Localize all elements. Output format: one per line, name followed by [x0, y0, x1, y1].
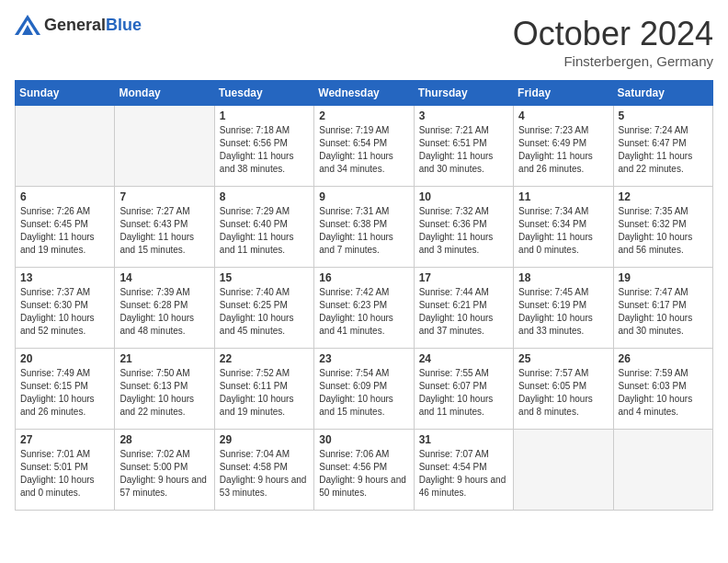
day-number: 31	[419, 433, 508, 446]
day-cell: 18Sunrise: 7:45 AM Sunset: 6:19 PM Dayli…	[514, 268, 613, 349]
day-cell: 27Sunrise: 7:01 AM Sunset: 5:01 PM Dayli…	[16, 430, 115, 511]
day-number: 20	[20, 352, 109, 365]
week-row-4: 20Sunrise: 7:49 AM Sunset: 6:15 PM Dayli…	[16, 349, 713, 430]
day-number: 18	[518, 271, 608, 284]
day-info: Sunrise: 7:59 AM Sunset: 6:03 PM Dayligh…	[619, 367, 708, 419]
day-cell: 7Sunrise: 7:27 AM Sunset: 6:43 PM Daylig…	[115, 187, 214, 268]
day-info: Sunrise: 7:57 AM Sunset: 6:05 PM Dayligh…	[518, 367, 608, 419]
day-info: Sunrise: 7:52 AM Sunset: 6:11 PM Dayligh…	[220, 367, 309, 419]
week-row-3: 13Sunrise: 7:37 AM Sunset: 6:30 PM Dayli…	[16, 268, 713, 349]
day-number: 4	[518, 109, 608, 122]
day-cell: 31Sunrise: 7:07 AM Sunset: 4:54 PM Dayli…	[414, 430, 513, 511]
day-cell: 6Sunrise: 7:26 AM Sunset: 6:45 PM Daylig…	[16, 187, 115, 268]
day-cell: 13Sunrise: 7:37 AM Sunset: 6:30 PM Dayli…	[16, 268, 115, 349]
day-number: 14	[119, 271, 209, 284]
day-info: Sunrise: 7:01 AM Sunset: 5:01 PM Dayligh…	[20, 448, 109, 500]
day-number: 10	[419, 190, 508, 203]
page-header: GeneralBlue October 2024 Finsterbergen, …	[15, 15, 713, 69]
day-info: Sunrise: 7:50 AM Sunset: 6:13 PM Dayligh…	[119, 367, 209, 419]
logo-blue: Blue	[106, 16, 142, 34]
day-number: 21	[119, 352, 209, 365]
day-number: 15	[220, 271, 309, 284]
day-number: 23	[319, 352, 408, 365]
day-number: 26	[619, 352, 708, 365]
day-info: Sunrise: 7:06 AM Sunset: 4:56 PM Dayligh…	[319, 448, 408, 500]
day-info: Sunrise: 7:02 AM Sunset: 5:00 PM Dayligh…	[119, 448, 209, 500]
day-info: Sunrise: 7:39 AM Sunset: 6:28 PM Dayligh…	[119, 286, 209, 338]
day-cell: 2Sunrise: 7:19 AM Sunset: 6:54 PM Daylig…	[314, 106, 414, 187]
day-number: 7	[119, 190, 209, 203]
day-info: Sunrise: 7:49 AM Sunset: 6:15 PM Dayligh…	[20, 367, 109, 419]
col-header-monday: Monday	[115, 81, 214, 106]
day-number: 29	[220, 433, 309, 446]
title-block: October 2024 Finsterbergen, Germany	[513, 15, 713, 69]
day-cell: 21Sunrise: 7:50 AM Sunset: 6:13 PM Dayli…	[115, 349, 214, 430]
logo: GeneralBlue	[15, 15, 142, 35]
day-number: 24	[419, 352, 508, 365]
day-number: 6	[20, 190, 109, 203]
day-cell	[16, 106, 115, 187]
day-cell: 3Sunrise: 7:21 AM Sunset: 6:51 PM Daylig…	[414, 106, 513, 187]
day-info: Sunrise: 7:35 AM Sunset: 6:32 PM Dayligh…	[619, 205, 708, 257]
col-header-sunday: Sunday	[16, 81, 115, 106]
day-cell: 30Sunrise: 7:06 AM Sunset: 4:56 PM Dayli…	[314, 430, 414, 511]
day-cell: 25Sunrise: 7:57 AM Sunset: 6:05 PM Dayli…	[514, 349, 613, 430]
calendar-table: SundayMondayTuesdayWednesdayThursdayFrid…	[15, 80, 713, 511]
day-cell: 15Sunrise: 7:40 AM Sunset: 6:25 PM Dayli…	[214, 268, 313, 349]
day-cell: 1Sunrise: 7:18 AM Sunset: 6:56 PM Daylig…	[214, 106, 313, 187]
day-number: 22	[220, 352, 309, 365]
day-info: Sunrise: 7:19 AM Sunset: 6:54 PM Dayligh…	[319, 124, 408, 176]
day-number: 30	[319, 433, 408, 446]
day-info: Sunrise: 7:07 AM Sunset: 4:54 PM Dayligh…	[419, 448, 508, 500]
day-info: Sunrise: 7:34 AM Sunset: 6:34 PM Dayligh…	[518, 205, 608, 257]
day-info: Sunrise: 7:40 AM Sunset: 6:25 PM Dayligh…	[220, 286, 309, 338]
day-info: Sunrise: 7:42 AM Sunset: 6:23 PM Dayligh…	[319, 286, 408, 338]
logo-general: General	[44, 16, 106, 34]
day-number: 9	[319, 190, 408, 203]
day-cell: 9Sunrise: 7:31 AM Sunset: 6:38 PM Daylig…	[314, 187, 414, 268]
header-row: SundayMondayTuesdayWednesdayThursdayFrid…	[16, 81, 713, 106]
day-info: Sunrise: 7:21 AM Sunset: 6:51 PM Dayligh…	[419, 124, 508, 176]
day-cell: 14Sunrise: 7:39 AM Sunset: 6:28 PM Dayli…	[115, 268, 214, 349]
day-info: Sunrise: 7:23 AM Sunset: 6:49 PM Dayligh…	[518, 124, 608, 176]
day-number: 13	[20, 271, 109, 284]
day-info: Sunrise: 7:54 AM Sunset: 6:09 PM Dayligh…	[319, 367, 408, 419]
col-header-saturday: Saturday	[613, 81, 712, 106]
day-cell: 22Sunrise: 7:52 AM Sunset: 6:11 PM Dayli…	[214, 349, 313, 430]
week-row-5: 27Sunrise: 7:01 AM Sunset: 5:01 PM Dayli…	[16, 430, 713, 511]
day-cell: 4Sunrise: 7:23 AM Sunset: 6:49 PM Daylig…	[514, 106, 613, 187]
day-info: Sunrise: 7:18 AM Sunset: 6:56 PM Dayligh…	[220, 124, 309, 176]
logo-text: GeneralBlue	[44, 16, 142, 35]
day-cell	[514, 430, 613, 511]
day-cell: 11Sunrise: 7:34 AM Sunset: 6:34 PM Dayli…	[514, 187, 613, 268]
day-cell: 28Sunrise: 7:02 AM Sunset: 5:00 PM Dayli…	[115, 430, 214, 511]
day-cell: 16Sunrise: 7:42 AM Sunset: 6:23 PM Dayli…	[314, 268, 414, 349]
col-header-tuesday: Tuesday	[214, 81, 313, 106]
day-info: Sunrise: 7:47 AM Sunset: 6:17 PM Dayligh…	[619, 286, 708, 338]
day-cell: 29Sunrise: 7:04 AM Sunset: 4:58 PM Dayli…	[214, 430, 313, 511]
day-number: 5	[619, 109, 708, 122]
day-number: 8	[220, 190, 309, 203]
day-info: Sunrise: 7:24 AM Sunset: 6:47 PM Dayligh…	[619, 124, 708, 176]
day-number: 25	[518, 352, 608, 365]
col-header-wednesday: Wednesday	[314, 81, 414, 106]
day-number: 3	[419, 109, 508, 122]
day-info: Sunrise: 7:04 AM Sunset: 4:58 PM Dayligh…	[220, 448, 309, 500]
day-number: 12	[619, 190, 708, 203]
week-row-1: 1Sunrise: 7:18 AM Sunset: 6:56 PM Daylig…	[16, 106, 713, 187]
day-info: Sunrise: 7:31 AM Sunset: 6:38 PM Dayligh…	[319, 205, 408, 257]
day-number: 11	[518, 190, 608, 203]
day-cell: 8Sunrise: 7:29 AM Sunset: 6:40 PM Daylig…	[214, 187, 313, 268]
day-cell	[115, 106, 214, 187]
logo-icon	[15, 15, 40, 35]
col-header-thursday: Thursday	[414, 81, 513, 106]
day-cell: 19Sunrise: 7:47 AM Sunset: 6:17 PM Dayli…	[613, 268, 712, 349]
day-cell: 17Sunrise: 7:44 AM Sunset: 6:21 PM Dayli…	[414, 268, 513, 349]
day-number: 27	[20, 433, 109, 446]
day-cell	[613, 430, 712, 511]
day-cell: 10Sunrise: 7:32 AM Sunset: 6:36 PM Dayli…	[414, 187, 513, 268]
day-info: Sunrise: 7:37 AM Sunset: 6:30 PM Dayligh…	[20, 286, 109, 338]
month-title: October 2024	[513, 15, 713, 53]
day-number: 1	[220, 109, 309, 122]
day-number: 28	[119, 433, 209, 446]
